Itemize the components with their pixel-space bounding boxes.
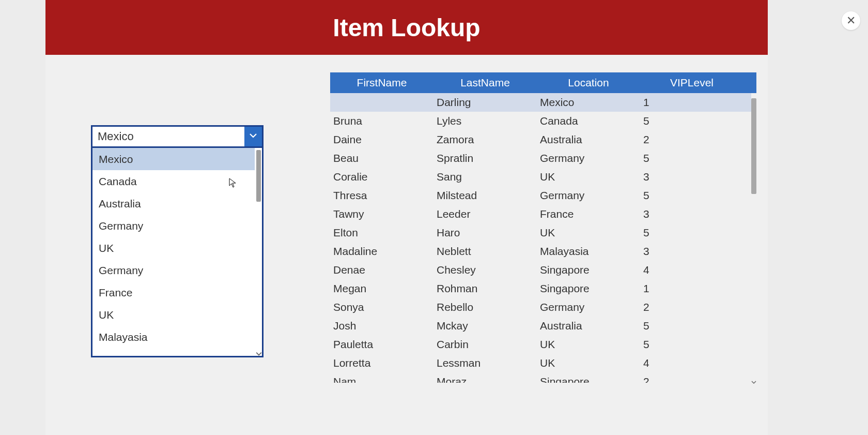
col-header-location[interactable]: Location <box>537 72 640 93</box>
table-cell: France <box>537 205 640 223</box>
table-cell: 5 <box>640 149 743 168</box>
location-option[interactable]: Australia <box>92 192 255 215</box>
table-row[interactable]: BrunaLylesCanada5 <box>330 112 751 130</box>
table-cell: Singapore <box>537 261 640 279</box>
table-cell: Mckay <box>433 317 537 335</box>
col-header-viplevel[interactable]: VIPLevel <box>640 72 743 93</box>
location-dropdown: Mexico MexicoCanadaAustraliaGermanyUKGer… <box>91 125 264 357</box>
table-cell: Megan <box>330 279 433 298</box>
table-row[interactable]: DarlingMexico1 <box>330 93 751 112</box>
location-dropdown-list: MexicoCanadaAustraliaGermanyUKGermanyFra… <box>91 148 264 357</box>
table-scrollbar[interactable] <box>751 93 756 383</box>
table-cell: 5 <box>640 223 743 242</box>
table-cell: Thresa <box>330 186 433 205</box>
table-cell: Sang <box>433 168 537 186</box>
table-cell: Moraz <box>433 372 537 383</box>
table-cell: Lyles <box>433 112 537 130</box>
table-cell: Beau <box>330 149 433 168</box>
chevron-down-icon <box>249 131 258 142</box>
table-cell: Sonya <box>330 298 433 317</box>
table-row[interactable]: ThresaMilsteadGermany5 <box>330 186 751 205</box>
table-row[interactable]: TawnyLeederFrance3 <box>330 205 751 223</box>
table-cell: Coralie <box>330 168 433 186</box>
table-cell: Tawny <box>330 205 433 223</box>
table-cell: Spratlin <box>433 149 537 168</box>
table-cell: 4 <box>640 354 743 372</box>
table-cell: UK <box>537 335 640 354</box>
location-option[interactable]: Germany <box>92 215 255 237</box>
table-cell: 1 <box>640 279 743 298</box>
close-icon: ✕ <box>846 14 856 27</box>
table-row[interactable]: MeganRohmanSingapore1 <box>330 279 751 298</box>
table-row[interactable]: BeauSpratlinGermany5 <box>330 149 751 168</box>
page-title: Item Lookup <box>333 13 480 42</box>
table-row[interactable]: DaineZamoraAustralia2 <box>330 130 751 149</box>
table-cell: UK <box>537 223 640 242</box>
header-bar: Item Lookup <box>45 0 768 55</box>
table-scroll-down-icon[interactable] <box>751 378 756 383</box>
table-cell: Milstead <box>433 186 537 205</box>
results-table: FirstName LastName Location VIPLevel Dar… <box>330 72 756 383</box>
table-row[interactable]: PaulettaCarbinUK5 <box>330 335 751 354</box>
table-cell: Malayasia <box>537 242 640 261</box>
table-cell: Leeder <box>433 205 537 223</box>
table-row[interactable]: MadalineNeblettMalayasia3 <box>330 242 751 261</box>
table-cell: 5 <box>640 317 743 335</box>
location-option[interactable]: Germany <box>92 259 255 281</box>
table-row[interactable]: JoshMckayAustralia5 <box>330 317 751 335</box>
location-option[interactable]: Mexico <box>92 148 255 170</box>
table-cell: Germany <box>537 298 640 317</box>
location-option[interactable]: UK <box>92 237 255 259</box>
table-cell: Pauletta <box>330 335 433 354</box>
location-option[interactable]: Canada <box>92 170 255 192</box>
table-cell <box>330 93 433 112</box>
table-cell: Denae <box>330 261 433 279</box>
table-row[interactable]: DenaeChesleySingapore4 <box>330 261 751 279</box>
location-dropdown-control[interactable]: Mexico <box>91 125 264 148</box>
table-row[interactable]: SonyaRebelloGermany2 <box>330 298 751 317</box>
table-cell: 2 <box>640 298 743 317</box>
table-cell: Madaline <box>330 242 433 261</box>
table-cell: Lorretta <box>330 354 433 372</box>
dropdown-scrollbar-thumb[interactable] <box>256 150 261 202</box>
table-cell: Elton <box>330 223 433 242</box>
table-cell: Chesley <box>433 261 537 279</box>
col-header-firstname[interactable]: FirstName <box>330 72 433 93</box>
location-option[interactable]: France <box>92 281 255 304</box>
table-cell: 2 <box>640 372 743 383</box>
table-cell: Neblett <box>433 242 537 261</box>
table-cell: 5 <box>640 112 743 130</box>
table-cell: Daine <box>330 130 433 149</box>
table-cell: Germany <box>537 149 640 168</box>
table-cell: Mexico <box>537 93 640 112</box>
table-cell: Germany <box>537 186 640 205</box>
table-row[interactable]: NamMorazSingapore2 <box>330 372 751 383</box>
app-panel: Item Lookup Mexico MexicoCanadaAustralia… <box>45 0 768 435</box>
col-header-lastname[interactable]: LastName <box>433 72 537 93</box>
table-scrollbar-thumb[interactable] <box>751 98 756 194</box>
table-cell: 4 <box>640 261 743 279</box>
table-cell: 3 <box>640 205 743 223</box>
table-cell: Darling <box>433 93 537 112</box>
location-option[interactable]: UK <box>92 304 255 326</box>
location-dropdown-toggle[interactable] <box>244 127 262 146</box>
table-cell: Canada <box>537 112 640 130</box>
table-row[interactable]: EltonHaroUK5 <box>330 223 751 242</box>
location-option[interactable]: Malayasia <box>92 326 255 348</box>
table-cell: Singapore <box>537 372 640 383</box>
table-cell: Rohman <box>433 279 537 298</box>
table-cell: 3 <box>640 168 743 186</box>
close-button[interactable]: ✕ <box>842 11 860 30</box>
table-row[interactable]: CoralieSangUK3 <box>330 168 751 186</box>
table-cell: UK <box>537 168 640 186</box>
table-cell: Zamora <box>433 130 537 149</box>
table-cell: 1 <box>640 93 743 112</box>
table-cell: Lessman <box>433 354 537 372</box>
dropdown-scrollbar[interactable] <box>256 150 261 354</box>
table-cell: 2 <box>640 130 743 149</box>
table-cell: Singapore <box>537 279 640 298</box>
table-cell: Nam <box>330 372 433 383</box>
table-row[interactable]: LorrettaLessmanUK4 <box>330 354 751 372</box>
table-cell: UK <box>537 354 640 372</box>
dropdown-scroll-down-icon[interactable] <box>256 350 262 356</box>
